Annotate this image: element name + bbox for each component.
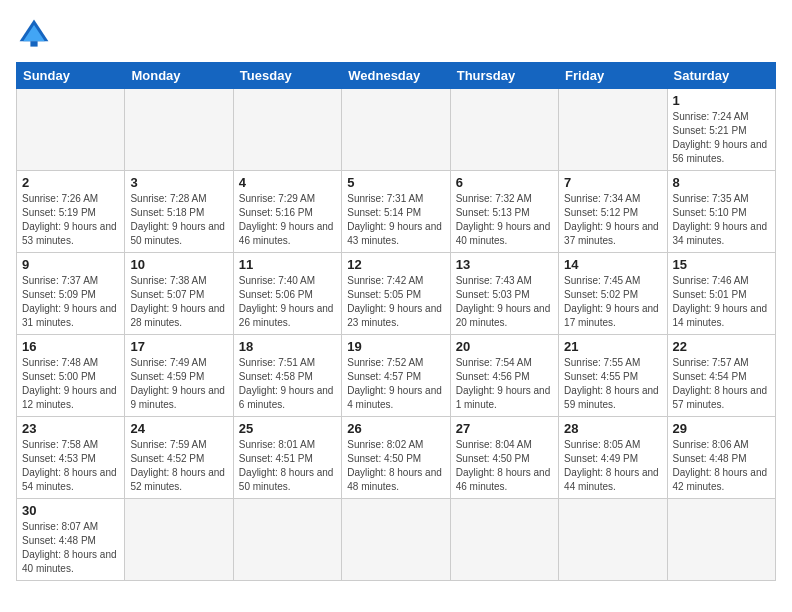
week-row-1: 1Sunrise: 7:24 AM Sunset: 5:21 PM Daylig… (17, 89, 776, 171)
week-row-3: 9Sunrise: 7:37 AM Sunset: 5:09 PM Daylig… (17, 253, 776, 335)
day-number: 13 (456, 257, 553, 272)
weekday-header-monday: Monday (125, 63, 233, 89)
day-number: 14 (564, 257, 661, 272)
calendar-cell: 2Sunrise: 7:26 AM Sunset: 5:19 PM Daylig… (17, 171, 125, 253)
calendar-cell: 10Sunrise: 7:38 AM Sunset: 5:07 PM Dayli… (125, 253, 233, 335)
calendar-cell: 5Sunrise: 7:31 AM Sunset: 5:14 PM Daylig… (342, 171, 450, 253)
day-number: 4 (239, 175, 336, 190)
calendar-cell (559, 499, 667, 581)
day-info: Sunrise: 7:45 AM Sunset: 5:02 PM Dayligh… (564, 274, 661, 330)
day-info: Sunrise: 7:49 AM Sunset: 4:59 PM Dayligh… (130, 356, 227, 412)
calendar-cell: 25Sunrise: 8:01 AM Sunset: 4:51 PM Dayli… (233, 417, 341, 499)
day-info: Sunrise: 7:24 AM Sunset: 5:21 PM Dayligh… (673, 110, 770, 166)
week-row-6: 30Sunrise: 8:07 AM Sunset: 4:48 PM Dayli… (17, 499, 776, 581)
calendar-cell: 24Sunrise: 7:59 AM Sunset: 4:52 PM Dayli… (125, 417, 233, 499)
day-number: 1 (673, 93, 770, 108)
day-number: 21 (564, 339, 661, 354)
calendar-cell: 1Sunrise: 7:24 AM Sunset: 5:21 PM Daylig… (667, 89, 775, 171)
day-number: 26 (347, 421, 444, 436)
calendar-cell (667, 499, 775, 581)
day-number: 24 (130, 421, 227, 436)
day-info: Sunrise: 7:46 AM Sunset: 5:01 PM Dayligh… (673, 274, 770, 330)
calendar-cell: 21Sunrise: 7:55 AM Sunset: 4:55 PM Dayli… (559, 335, 667, 417)
calendar-cell (450, 89, 558, 171)
day-number: 23 (22, 421, 119, 436)
week-row-2: 2Sunrise: 7:26 AM Sunset: 5:19 PM Daylig… (17, 171, 776, 253)
day-number: 12 (347, 257, 444, 272)
calendar-cell: 15Sunrise: 7:46 AM Sunset: 5:01 PM Dayli… (667, 253, 775, 335)
day-number: 8 (673, 175, 770, 190)
day-number: 20 (456, 339, 553, 354)
header (16, 16, 776, 52)
calendar-cell: 11Sunrise: 7:40 AM Sunset: 5:06 PM Dayli… (233, 253, 341, 335)
day-number: 5 (347, 175, 444, 190)
calendar-cell (125, 499, 233, 581)
day-info: Sunrise: 7:28 AM Sunset: 5:18 PM Dayligh… (130, 192, 227, 248)
calendar-cell: 16Sunrise: 7:48 AM Sunset: 5:00 PM Dayli… (17, 335, 125, 417)
calendar-cell: 20Sunrise: 7:54 AM Sunset: 4:56 PM Dayli… (450, 335, 558, 417)
day-number: 19 (347, 339, 444, 354)
day-info: Sunrise: 8:05 AM Sunset: 4:49 PM Dayligh… (564, 438, 661, 494)
calendar-cell: 12Sunrise: 7:42 AM Sunset: 5:05 PM Dayli… (342, 253, 450, 335)
weekday-header-friday: Friday (559, 63, 667, 89)
day-info: Sunrise: 7:37 AM Sunset: 5:09 PM Dayligh… (22, 274, 119, 330)
calendar-cell: 3Sunrise: 7:28 AM Sunset: 5:18 PM Daylig… (125, 171, 233, 253)
calendar-cell: 30Sunrise: 8:07 AM Sunset: 4:48 PM Dayli… (17, 499, 125, 581)
day-info: Sunrise: 7:57 AM Sunset: 4:54 PM Dayligh… (673, 356, 770, 412)
day-number: 27 (456, 421, 553, 436)
day-info: Sunrise: 7:35 AM Sunset: 5:10 PM Dayligh… (673, 192, 770, 248)
day-number: 7 (564, 175, 661, 190)
calendar-cell: 22Sunrise: 7:57 AM Sunset: 4:54 PM Dayli… (667, 335, 775, 417)
weekday-header-saturday: Saturday (667, 63, 775, 89)
calendar-cell: 9Sunrise: 7:37 AM Sunset: 5:09 PM Daylig… (17, 253, 125, 335)
day-info: Sunrise: 7:26 AM Sunset: 5:19 PM Dayligh… (22, 192, 119, 248)
day-info: Sunrise: 7:51 AM Sunset: 4:58 PM Dayligh… (239, 356, 336, 412)
day-number: 6 (456, 175, 553, 190)
logo-icon (16, 16, 52, 52)
day-number: 2 (22, 175, 119, 190)
day-info: Sunrise: 8:02 AM Sunset: 4:50 PM Dayligh… (347, 438, 444, 494)
calendar-cell (450, 499, 558, 581)
day-info: Sunrise: 7:58 AM Sunset: 4:53 PM Dayligh… (22, 438, 119, 494)
day-number: 9 (22, 257, 119, 272)
day-info: Sunrise: 8:06 AM Sunset: 4:48 PM Dayligh… (673, 438, 770, 494)
svg-rect-2 (30, 41, 37, 46)
day-info: Sunrise: 7:54 AM Sunset: 4:56 PM Dayligh… (456, 356, 553, 412)
day-number: 15 (673, 257, 770, 272)
day-info: Sunrise: 7:55 AM Sunset: 4:55 PM Dayligh… (564, 356, 661, 412)
weekday-header-sunday: Sunday (17, 63, 125, 89)
calendar-cell: 4Sunrise: 7:29 AM Sunset: 5:16 PM Daylig… (233, 171, 341, 253)
week-row-5: 23Sunrise: 7:58 AM Sunset: 4:53 PM Dayli… (17, 417, 776, 499)
week-row-4: 16Sunrise: 7:48 AM Sunset: 5:00 PM Dayli… (17, 335, 776, 417)
day-info: Sunrise: 7:29 AM Sunset: 5:16 PM Dayligh… (239, 192, 336, 248)
day-number: 22 (673, 339, 770, 354)
calendar-cell (342, 499, 450, 581)
logo (16, 16, 56, 52)
calendar-cell: 29Sunrise: 8:06 AM Sunset: 4:48 PM Dayli… (667, 417, 775, 499)
day-number: 16 (22, 339, 119, 354)
day-info: Sunrise: 7:34 AM Sunset: 5:12 PM Dayligh… (564, 192, 661, 248)
calendar-cell: 14Sunrise: 7:45 AM Sunset: 5:02 PM Dayli… (559, 253, 667, 335)
day-info: Sunrise: 7:32 AM Sunset: 5:13 PM Dayligh… (456, 192, 553, 248)
day-info: Sunrise: 7:31 AM Sunset: 5:14 PM Dayligh… (347, 192, 444, 248)
weekday-header-tuesday: Tuesday (233, 63, 341, 89)
calendar-cell: 8Sunrise: 7:35 AM Sunset: 5:10 PM Daylig… (667, 171, 775, 253)
weekday-header-row: SundayMondayTuesdayWednesdayThursdayFrid… (17, 63, 776, 89)
calendar: SundayMondayTuesdayWednesdayThursdayFrid… (16, 62, 776, 581)
calendar-cell (233, 89, 341, 171)
day-number: 29 (673, 421, 770, 436)
calendar-cell: 18Sunrise: 7:51 AM Sunset: 4:58 PM Dayli… (233, 335, 341, 417)
day-number: 30 (22, 503, 119, 518)
day-info: Sunrise: 8:04 AM Sunset: 4:50 PM Dayligh… (456, 438, 553, 494)
day-number: 25 (239, 421, 336, 436)
day-number: 28 (564, 421, 661, 436)
calendar-cell (17, 89, 125, 171)
calendar-cell: 27Sunrise: 8:04 AM Sunset: 4:50 PM Dayli… (450, 417, 558, 499)
calendar-cell: 6Sunrise: 7:32 AM Sunset: 5:13 PM Daylig… (450, 171, 558, 253)
day-info: Sunrise: 8:07 AM Sunset: 4:48 PM Dayligh… (22, 520, 119, 576)
calendar-cell: 28Sunrise: 8:05 AM Sunset: 4:49 PM Dayli… (559, 417, 667, 499)
day-number: 10 (130, 257, 227, 272)
page: SundayMondayTuesdayWednesdayThursdayFrid… (0, 0, 792, 612)
calendar-cell: 17Sunrise: 7:49 AM Sunset: 4:59 PM Dayli… (125, 335, 233, 417)
day-info: Sunrise: 7:42 AM Sunset: 5:05 PM Dayligh… (347, 274, 444, 330)
